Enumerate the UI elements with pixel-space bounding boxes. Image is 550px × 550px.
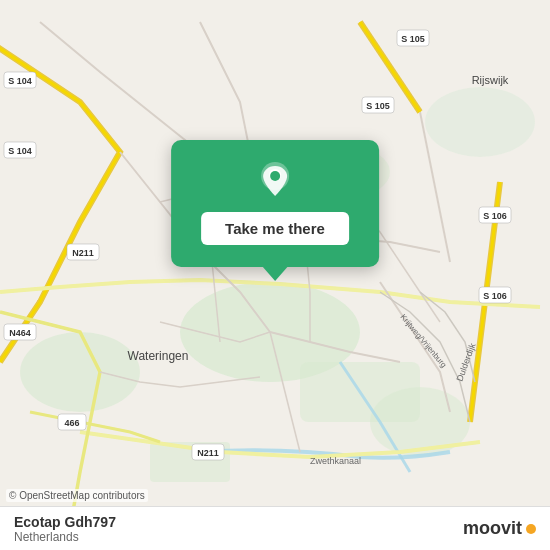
copyright-text: © OpenStreetMap contributors	[6, 489, 148, 502]
popup-card: Take me there	[171, 140, 379, 267]
map-container: S 105 S 105 S 104 S 104 S 106 S 106 N211…	[0, 0, 550, 550]
place-info: Ecotap Gdh797 Netherlands	[14, 514, 116, 544]
moovit-text: moovit	[463, 518, 522, 539]
moovit-dot	[526, 524, 536, 534]
svg-text:S 104: S 104	[8, 76, 32, 86]
svg-text:Wateringen: Wateringen	[128, 349, 189, 363]
svg-text:Zwethkanaal: Zwethkanaal	[310, 456, 361, 466]
svg-text:S 106: S 106	[483, 211, 507, 221]
svg-text:Rijswijk: Rijswijk	[472, 74, 509, 86]
svg-text:S 105: S 105	[366, 101, 390, 111]
svg-text:S 104: S 104	[8, 146, 32, 156]
svg-text:N211: N211	[72, 248, 94, 258]
svg-point-7	[425, 87, 535, 157]
svg-point-3	[20, 332, 140, 412]
svg-text:N464: N464	[9, 328, 31, 338]
svg-text:N211: N211	[197, 448, 219, 458]
svg-point-35	[270, 171, 280, 181]
take-me-there-button[interactable]: Take me there	[201, 212, 349, 245]
info-bar: Ecotap Gdh797 Netherlands moovit	[0, 506, 550, 550]
place-name: Ecotap Gdh797	[14, 514, 116, 530]
svg-text:466: 466	[64, 418, 79, 428]
moovit-logo: moovit	[463, 518, 536, 539]
place-country: Netherlands	[14, 530, 116, 544]
svg-text:S 105: S 105	[401, 34, 425, 44]
location-pin-icon	[253, 158, 297, 202]
svg-text:S 106: S 106	[483, 291, 507, 301]
